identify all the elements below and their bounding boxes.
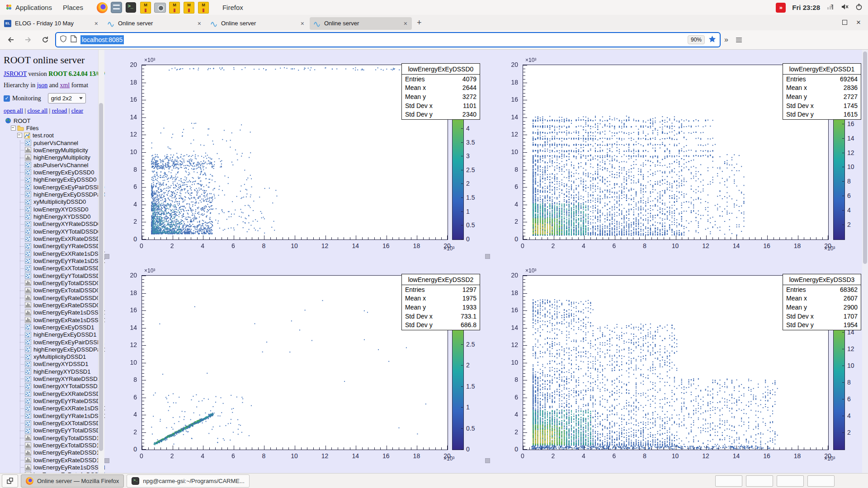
active-app-label[interactable]: Firefox (217, 0, 249, 15)
json-link[interactable]: json (37, 82, 47, 89)
layout-select[interactable]: grid 2x2 (48, 93, 86, 103)
launcher-files[interactable] (111, 2, 123, 14)
tree-item-lowEnergyExRate1sDSSD0[interactable]: lowEnergyExRate1sDSSD0 (4, 316, 105, 324)
bookmark-star-icon[interactable] (708, 35, 716, 45)
tree-item-lowEnergyExXTotalDSSD0[interactable]: lowEnergyExXTotalDSSD0 (4, 265, 105, 272)
tree-item-lowEnergyEyYRate1sDSSD1[interactable]: lowEnergyEyYRate1sDSSD1 (4, 412, 105, 419)
tree-item-lowEnergyExXRateDSSD0[interactable]: lowEnergyExXRateDSSD0 (4, 235, 105, 242)
tree-item-lowEnergyExRateDSSD1[interactable]: lowEnergyExRateDSSD1 (4, 456, 105, 464)
stat-box-lowEnergyExEyDSSD1[interactable]: lowEnergyExEyDSSD1Entries69264Mean x2836… (783, 63, 861, 120)
tree-item-highEnergyXYDSSD1[interactable]: highEnergyXYDSSD1 (4, 368, 105, 375)
tree-item-lowEnergyEyYRateDSSD1[interactable]: lowEnergyEyYRateDSSD1 (4, 397, 105, 404)
show-desktop-button[interactable] (2, 474, 18, 488)
tree-item-lowEnergyEyYRateDSSD0[interactable]: lowEnergyEyYRateDSSD0 (4, 243, 105, 250)
grid-resize-handle[interactable] (104, 254, 109, 259)
launcher-midas[interactable]: M (140, 2, 151, 14)
overflow-menu-icon[interactable]: » (724, 36, 728, 44)
tree-item-lowEnergyExXRate1sDSSD1[interactable]: lowEnergyExXRate1sDSSD1 (4, 405, 105, 412)
tree-item-lowEnergyEyRateDSSD0[interactable]: lowEnergyEyRateDSSD0 (4, 294, 105, 301)
maximize-button[interactable] (842, 19, 847, 27)
back-button[interactable] (5, 33, 17, 46)
workspace-cell-2[interactable] (746, 475, 773, 487)
launcher-firefox[interactable] (96, 2, 108, 14)
reload-button[interactable] (39, 33, 52, 46)
tree-link-open-all[interactable]: open all (4, 107, 23, 114)
tree-item-lowEnergyEyRate1sDSSD1[interactable]: lowEnergyEyRate1sDSSD1 (4, 464, 105, 471)
stat-box-lowEnergyExEyDSSD3[interactable]: lowEnergyExEyDSSD3Entries68362Mean x2607… (783, 274, 861, 330)
tree-item-lowEnergyXYDSSD1[interactable]: lowEnergyXYDSSD1 (4, 361, 105, 368)
tree-item-lowEnergyExTotalDSSD1[interactable]: lowEnergyExTotalDSSD1 (4, 441, 105, 449)
tree-item-lowEnergyExXRate1sDSSD0[interactable]: lowEnergyExXRate1sDSSD0 (4, 250, 105, 257)
hamburger-menu-icon[interactable] (733, 33, 745, 46)
tree-item-highEnergyExEyDSSDPair1[interactable]: highEnergyExEyDSSDPair1 (4, 346, 105, 353)
volume-muted-icon[interactable] (841, 3, 849, 12)
tree-node-test-root[interactable]: test.root (4, 132, 105, 139)
tree-item-xyMultiplicityDSSD0[interactable]: xyMultiplicityDSSD0 (4, 198, 105, 206)
task-button-inactive[interactable]: >_npg@carme-gsi:~/Programs/CARME... (127, 474, 250, 488)
tree-item-lowEnergyXYRateDSSD0[interactable]: lowEnergyXYRateDSSD0 (4, 221, 105, 228)
workspace-cell-4[interactable] (807, 475, 835, 487)
tree-item-lowEnergyEyTotalDSSD1[interactable]: lowEnergyEyTotalDSSD1 (4, 434, 105, 441)
url-text-selected[interactable]: localhost:8085 (80, 35, 124, 44)
tree-item-lowEnergyEyYTotalDSSD0[interactable]: lowEnergyEyYTotalDSSD0 (4, 272, 105, 279)
launcher-screenshot[interactable] (154, 2, 166, 14)
launcher-midas[interactable]: M (183, 2, 195, 14)
notification-badge-icon[interactable]: » (776, 3, 786, 13)
grid-resize-handle[interactable] (485, 254, 490, 259)
tree-item-lowEnergyEyRateDSSD1[interactable]: lowEnergyEyRateDSSD1 (4, 449, 105, 456)
tree-collapse-icon[interactable] (17, 133, 22, 138)
launcher-midas[interactable]: M (198, 2, 209, 14)
grid-resize-handle[interactable] (485, 458, 490, 463)
tree-item-highEnergyXYDSSD0[interactable]: highEnergyXYDSSD0 (4, 213, 105, 220)
workspace-cell-3[interactable] (777, 475, 804, 487)
tab-4-active[interactable]: Online server× (310, 17, 412, 30)
tree-item-xyMultiplicityDSSD1[interactable]: xyMultiplicityDSSD1 (4, 353, 105, 361)
places-menu[interactable]: Places (57, 0, 89, 15)
tree-item-lowEnergyExEyPairDSSD0[interactable]: lowEnergyExEyPairDSSD0 (4, 183, 105, 191)
applications-menu[interactable]: Applications (0, 0, 57, 15)
stat-box-lowEnergyExEyDSSD2[interactable]: lowEnergyExEyDSSD2Entries1297Mean x1975M… (401, 274, 480, 330)
tree-item-lowEnergyExEyDSSD1[interactable]: lowEnergyExEyDSSD1 (4, 324, 105, 331)
tree-link-close-all[interactable]: close all (28, 107, 48, 114)
xml-link[interactable]: xml (60, 82, 70, 89)
network-icon[interactable]: ? (826, 3, 835, 12)
tab-close-icon[interactable]: × (197, 20, 202, 27)
tree-node-root[interactable]: ROOT (4, 117, 105, 124)
zoom-level-badge[interactable]: 90% (688, 35, 705, 44)
launcher-terminal[interactable]: >_ (125, 2, 137, 14)
tree-item-lowEnergyExXTotalDSSD1[interactable]: lowEnergyExXTotalDSSD1 (4, 419, 105, 427)
tree-item-lowEnergyExXRateDSSD1[interactable]: lowEnergyExXRateDSSD1 (4, 390, 105, 397)
tree-item-lowEnergyExEyDSSD0[interactable]: lowEnergyExEyDSSD0 (4, 169, 105, 176)
tree-item-lowEnergyExTotalDSSD0[interactable]: lowEnergyExTotalDSSD0 (4, 287, 105, 294)
tree-item-lowEnergyExRateDSSD0[interactable]: lowEnergyExRateDSSD0 (4, 301, 105, 309)
power-icon[interactable] (855, 3, 863, 12)
stat-box-lowEnergyExEyDSSD0[interactable]: lowEnergyExEyDSSD0Entries4079Mean x2644M… (401, 63, 480, 120)
tree-link-clear[interactable]: clear (71, 107, 83, 114)
tree-item-lowEnergyXYRateDSSD1[interactable]: lowEnergyXYRateDSSD1 (4, 375, 105, 382)
tree-item-highEnergyExEyDSSDPair0[interactable]: highEnergyExEyDSSDPair0 (4, 191, 105, 198)
browser-scrollbar-thumb[interactable] (863, 52, 867, 264)
tree-item-lowEnergyMultiplicity[interactable]: lowEnergyMultiplicity (4, 146, 105, 154)
tree-item-lowEnergyExEyPairDSSD1[interactable]: lowEnergyExEyPairDSSD1 (4, 338, 105, 346)
new-tab-button[interactable]: + (412, 18, 426, 28)
tree-link-reload[interactable]: reload (52, 107, 67, 114)
url-bar[interactable]: localhost:8085 90% (56, 33, 720, 47)
tab-close-icon[interactable]: × (94, 20, 99, 27)
tree-item-absPulserVsChannel[interactable]: absPulserVsChannel (4, 161, 105, 169)
tree-collapse-icon[interactable] (11, 126, 16, 131)
tree-item-highEnergyExEyDSSD0[interactable]: highEnergyExEyDSSD0 (4, 176, 105, 183)
tree-item-lowEnergyXYDSSD0[interactable]: lowEnergyXYDSSD0 (4, 206, 105, 213)
shield-icon[interactable] (60, 35, 67, 44)
grid-resize-handle[interactable] (104, 458, 109, 463)
close-button[interactable]: × (856, 20, 861, 25)
tree-node-files[interactable]: Files (4, 124, 105, 131)
monitoring-checkbox[interactable]: ✓ (4, 95, 10, 102)
clock[interactable]: Fri 23:28 (792, 4, 820, 11)
tree-item-lowEnergyEyYRate1sDSSD0[interactable]: lowEnergyEyYRate1sDSSD0 (4, 257, 105, 264)
forward-button[interactable] (22, 33, 34, 46)
tab-close-icon[interactable]: × (300, 20, 305, 27)
workspace-cell-1[interactable] (715, 475, 742, 487)
page-info-icon[interactable] (71, 35, 77, 44)
tab-close-icon[interactable]: × (403, 20, 408, 27)
launcher-midas[interactable]: M (169, 2, 180, 14)
